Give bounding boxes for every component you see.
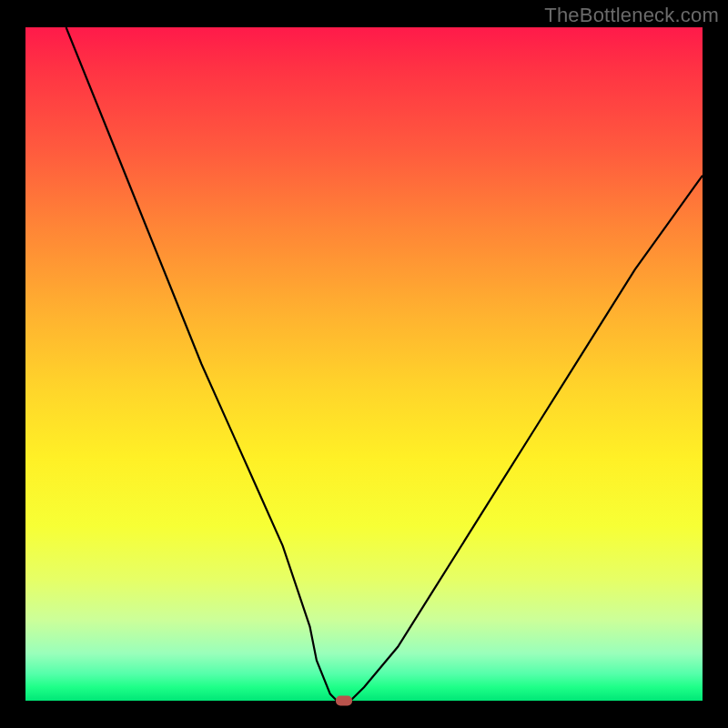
bottleneck-curve-path [66, 27, 703, 701]
plot-area [25, 27, 703, 701]
curve-layer [25, 27, 703, 701]
optimal-marker [336, 696, 352, 706]
watermark-text: TheBottleneck.com [544, 4, 719, 27]
chart-frame: TheBottleneck.com [0, 0, 728, 728]
